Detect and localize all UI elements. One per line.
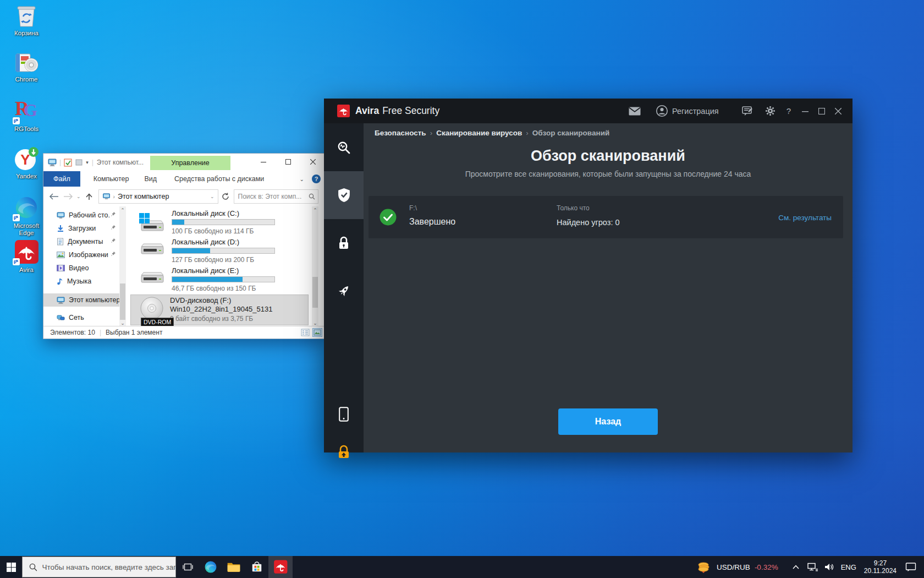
nav-scrollbar-thumb[interactable] xyxy=(120,283,125,320)
sidebar-mobile-item[interactable] xyxy=(324,397,364,430)
taskbar-avira-button-active[interactable] xyxy=(268,556,293,578)
help-icon[interactable]: ? xyxy=(312,175,321,183)
pictures-icon xyxy=(57,252,65,258)
refresh-icon[interactable] xyxy=(222,193,229,200)
taskbar-explorer-button[interactable] xyxy=(222,556,245,578)
taskbar-store-button[interactable] xyxy=(245,556,268,578)
nav-scrollbar[interactable]: ⌃ ⌄ xyxy=(119,206,126,326)
up-icon[interactable] xyxy=(85,193,93,200)
ribbon-expand-chevron-icon[interactable]: ⌄ xyxy=(300,176,304,182)
phone-icon xyxy=(339,407,349,422)
language-indicator[interactable]: ENG xyxy=(841,563,856,571)
tray-chevron-icon[interactable] xyxy=(793,565,799,569)
taskbar-clock[interactable]: 9:27 20.11.2024 xyxy=(864,559,897,575)
nav-item-downloads[interactable]: Загрузки xyxy=(43,222,126,235)
list-scrollbar[interactable]: ⌃ ⌄ xyxy=(312,206,318,326)
nav-item-this-pc[interactable]: Этот компьютер xyxy=(43,293,126,307)
task-view-button[interactable] xyxy=(176,556,199,578)
mail-icon[interactable] xyxy=(629,107,641,116)
context-tab-management[interactable]: Управление xyxy=(150,156,230,170)
network-icon[interactable] xyxy=(807,563,818,571)
sidebar-performance-item[interactable] xyxy=(324,267,364,315)
see-results-link[interactable]: См. результаты xyxy=(778,214,832,222)
nav-item-network[interactable]: Сеть xyxy=(43,311,126,324)
shortcut-arrow-icon xyxy=(13,117,20,124)
register-link[interactable]: Регистрация xyxy=(672,107,719,116)
action-center-icon[interactable] xyxy=(905,562,916,572)
recent-locations-chevron-icon[interactable]: ⌄ xyxy=(76,194,81,199)
start-button[interactable] xyxy=(0,556,22,578)
scroll-up-icon[interactable]: ⌃ xyxy=(312,206,318,214)
breadcrumb-virus-scan[interactable]: Сканирование вирусов xyxy=(436,129,522,137)
page-title: Обзор сканирований xyxy=(364,148,853,165)
avira-close-button[interactable] xyxy=(835,108,842,114)
tab-file[interactable]: Файл xyxy=(43,171,80,187)
drive-row-e[interactable]: Локальный диск (E:) 46,7 ГБ свободно из … xyxy=(130,266,309,295)
explorer-window-title: Этот компьют... xyxy=(97,159,144,166)
desktop-icon-rgtools[interactable]: R G RGTools xyxy=(3,99,50,133)
qat-customize-chevron-icon[interactable]: ▾ xyxy=(86,160,89,165)
forward-icon[interactable] xyxy=(63,193,73,200)
tab-computer[interactable]: Компьютер xyxy=(86,171,137,187)
avira-minimize-button[interactable] xyxy=(802,108,809,114)
details-view-icon[interactable] xyxy=(301,329,310,336)
sidebar-upgrade-item[interactable] xyxy=(324,434,364,470)
currency-widget-icon[interactable] xyxy=(697,560,711,574)
scroll-up-icon[interactable]: ⌃ xyxy=(119,206,126,214)
videos-icon xyxy=(57,265,65,271)
shortcut-arrow-icon xyxy=(13,214,20,221)
back-icon[interactable] xyxy=(49,193,59,200)
avira-titlebar[interactable]: AviraFree Security Регистрация ? xyxy=(324,99,853,123)
settings-gear-icon[interactable] xyxy=(765,106,776,116)
music-icon xyxy=(57,277,63,285)
taskbar-search-box[interactable]: Чтобы начать поиск, введите здесь запрос xyxy=(22,557,176,577)
drive-row-d[interactable]: Локальный диск (D:) 127 ГБ свободно из 2… xyxy=(130,237,309,266)
thumbnail-view-icon[interactable] xyxy=(313,329,322,336)
nav-item-pictures[interactable]: Изображени xyxy=(43,248,126,261)
rgtools-icon: R G xyxy=(14,99,39,123)
back-button[interactable]: Назад xyxy=(558,408,658,435)
currency-change[interactable]: -0.32% xyxy=(755,563,778,571)
breadcrumb-chevron: › xyxy=(113,194,115,200)
desktop-icon-recycle-bin[interactable]: Корзина xyxy=(3,3,50,37)
volume-icon[interactable] xyxy=(824,563,834,571)
avira-help-link[interactable]: ? xyxy=(787,106,791,116)
nav-item-videos[interactable]: Видео xyxy=(43,261,126,275)
scan-result-row[interactable]: F:\ Завершено Только что Найдено угроз: … xyxy=(369,196,843,238)
pin-icon xyxy=(111,225,116,230)
drive-row-c[interactable]: Локальный диск (C:) 100 ГБ свободно из 1… xyxy=(130,209,309,237)
drive-caption: 100 ГБ свободно из 114 ГБ xyxy=(172,227,254,235)
dvd-row-f-selected[interactable]: DVD-дисковод (F:) Win10_22H2_8in1_19045_… xyxy=(130,295,309,325)
feedback-icon[interactable] xyxy=(742,106,753,116)
explorer-search-box[interactable]: Поиск в: Этот комп... xyxy=(234,189,318,204)
desktop-icon-chrome-installer[interactable]: Chrome xyxy=(3,50,50,83)
tab-view[interactable]: Вид xyxy=(136,171,164,187)
nav-item-music[interactable]: Музыка xyxy=(43,275,126,288)
currency-pair[interactable]: USD/RUB xyxy=(717,563,750,571)
sidebar-scan-item[interactable] xyxy=(324,123,364,171)
tab-drive-tools[interactable]: Средства работы с дисками xyxy=(167,171,272,187)
explorer-close-button[interactable] xyxy=(300,154,325,170)
explorer-ribbon-tabs: Файл Компьютер Вид Средства работы с дис… xyxy=(43,171,325,187)
address-dropdown-chevron-icon[interactable]: ⌄ xyxy=(210,194,215,199)
account-icon xyxy=(656,105,668,117)
explorer-system-icon[interactable] xyxy=(48,159,57,166)
nav-item-documents[interactable]: Документы xyxy=(43,235,126,248)
explorer-maximize-button[interactable] xyxy=(276,154,300,170)
desktop-icon-label: Chrome xyxy=(3,76,50,83)
sidebar-privacy-item[interactable] xyxy=(324,219,364,267)
explorer-titlebar[interactable]: | ▾ | Этот компьют... Управление xyxy=(43,154,325,171)
list-scrollbar-thumb[interactable] xyxy=(312,277,318,308)
qat-properties-icon[interactable] xyxy=(64,159,72,167)
qat-newfolder-icon[interactable] xyxy=(75,159,83,166)
address-bar[interactable]: › Этот компьютер ⌄ xyxy=(98,189,218,204)
sidebar-security-item-selected[interactable] xyxy=(324,171,364,219)
explorer-minimize-button[interactable] xyxy=(251,154,276,170)
dvd-disc-icon xyxy=(140,296,164,320)
nav-item-desktop[interactable]: Рабочий сто. xyxy=(43,209,126,222)
breadcrumb-security[interactable]: Безопасность xyxy=(375,129,426,137)
avira-maximize-button[interactable] xyxy=(818,108,825,114)
this-pc-icon xyxy=(57,297,65,304)
taskbar-edge-button[interactable] xyxy=(199,556,222,578)
status-selected-count: Выбран 1 элемент xyxy=(106,329,162,336)
